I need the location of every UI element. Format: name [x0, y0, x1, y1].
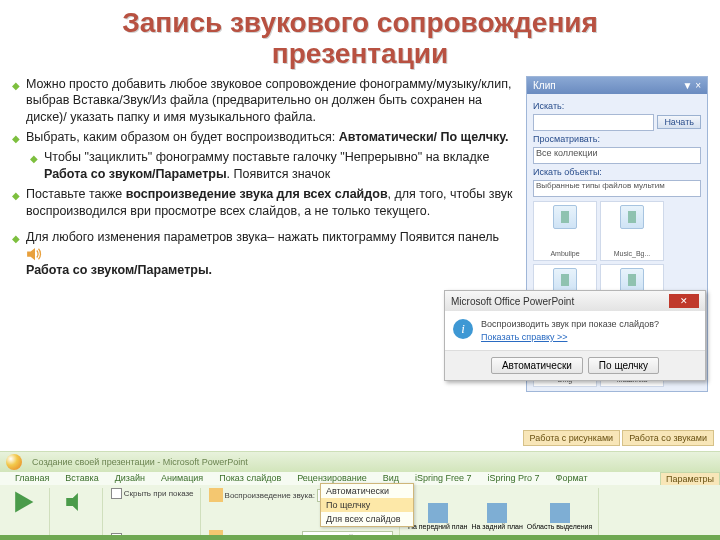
- dialog: Microsoft Office PowerPoint ✕ i Воспроиз…: [444, 290, 706, 381]
- media-icon: [620, 268, 644, 292]
- bullet-icon: ◆: [12, 189, 20, 220]
- hide-checkbox[interactable]: [111, 488, 122, 499]
- hide-label: Скрыть при показе: [124, 489, 194, 498]
- browse-label: Просматривать:: [533, 134, 701, 144]
- bullet-icon: ◆: [30, 152, 38, 183]
- objects-label: Искать объекты:: [533, 167, 701, 177]
- footer-band: [0, 535, 720, 540]
- dialog-message: Воспроизводить звук при показе слайдов?: [481, 319, 659, 329]
- front-icon[interactable]: [428, 503, 448, 523]
- body-text: ◆Можно просто добавить любое звуковое со…: [12, 76, 518, 392]
- media-icon: [553, 205, 577, 229]
- info-icon: i: [453, 319, 473, 339]
- menu-item-auto[interactable]: Автоматически: [321, 484, 413, 498]
- tab-ispring-pro[interactable]: iSpring Pro 7: [483, 472, 545, 485]
- menu-item-all-slides[interactable]: Для всех слайдов: [321, 512, 413, 526]
- bullet-icon: ◆: [12, 132, 20, 146]
- volume-icon[interactable]: [64, 489, 90, 515]
- tab-home[interactable]: Главная: [10, 472, 54, 485]
- tab-animation[interactable]: Анимация: [156, 472, 208, 485]
- context-tab-sounds[interactable]: Работа со звуками: [622, 430, 714, 446]
- objects-select[interactable]: Выбранные типы файлов мультим: [533, 180, 701, 197]
- clip-thumb[interactable]: Music_Bg...: [600, 201, 664, 261]
- browse-select[interactable]: Все коллекции: [533, 147, 701, 164]
- tab-design[interactable]: Дизайн: [110, 472, 150, 485]
- tab-ispring-free[interactable]: iSpring Free 7: [410, 472, 477, 485]
- bullet-icon: ◆: [12, 232, 20, 280]
- clip-thumb[interactable]: Ambulipe: [533, 201, 597, 261]
- click-button[interactable]: По щелчку: [588, 357, 659, 374]
- dialog-title: Microsoft Office PowerPoint: [451, 296, 574, 307]
- close-icon[interactable]: ✕: [669, 294, 699, 308]
- title-line1: Запись звукового сопровождения: [12, 8, 708, 39]
- panel-title: Клип: [533, 80, 556, 91]
- dialog-titlebar: Microsoft Office PowerPoint ✕: [445, 291, 705, 311]
- play-icon[interactable]: [11, 489, 37, 515]
- title-line2: презентации: [12, 39, 708, 70]
- bullet-3: Поставьте также воспроизведение звука дл…: [26, 186, 518, 220]
- window-title: Создание своей презентации - Microsoft P…: [32, 457, 248, 467]
- bullet-1: Можно просто добавить любое звуковое соп…: [26, 76, 518, 127]
- bullet-2-sub: Чтобы "зациклить" фонограмму поставьте г…: [44, 149, 518, 183]
- menu-item-click[interactable]: По щелчку: [321, 498, 413, 512]
- tab-parameters[interactable]: Параметры: [660, 472, 720, 485]
- back-icon[interactable]: [487, 503, 507, 523]
- sound-icon: [209, 488, 223, 502]
- search-input[interactable]: [533, 114, 654, 131]
- playback-label: Воспроизведение звука:: [225, 491, 315, 500]
- auto-button[interactable]: Автоматически: [491, 357, 583, 374]
- slide-title: Запись звукового сопровождения презентац…: [12, 8, 708, 70]
- search-button[interactable]: Начать: [657, 115, 701, 129]
- help-link[interactable]: Показать справку >>: [481, 332, 697, 342]
- panel-close-icon[interactable]: ▼ ×: [682, 80, 701, 91]
- media-icon: [553, 268, 577, 292]
- media-icon: [620, 205, 644, 229]
- search-label: Искать:: [533, 101, 701, 111]
- tab-format[interactable]: Формат: [551, 472, 593, 485]
- bullet-4: Для любого изменения параметров звука– н…: [26, 229, 518, 280]
- bullet-icon: ◆: [12, 79, 20, 127]
- speaker-icon: [26, 247, 44, 261]
- tab-insert[interactable]: Вставка: [60, 472, 103, 485]
- tab-slideshow[interactable]: Показ слайдов: [214, 472, 286, 485]
- context-tab-pictures[interactable]: Работа с рисунками: [523, 430, 621, 446]
- office-icon[interactable]: [6, 454, 22, 470]
- panel-title-bar: Клип ▼ ×: [527, 77, 707, 94]
- bullet-2: Выбрать, каким образом он будет воспроиз…: [26, 129, 518, 146]
- playback-menu: Автоматически По щелчку Для всех слайдов: [320, 483, 414, 527]
- selection-icon[interactable]: [550, 503, 570, 523]
